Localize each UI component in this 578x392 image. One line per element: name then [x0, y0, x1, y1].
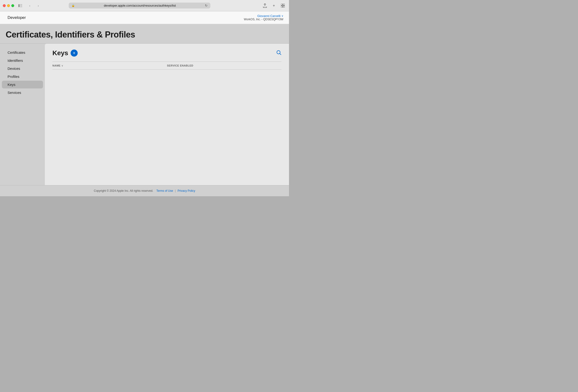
- svg-rect-0: [18, 4, 20, 7]
- col-header-name[interactable]: NAME ∨: [52, 62, 167, 70]
- minimize-button[interactable]: [7, 4, 10, 7]
- svg-line-9: [280, 53, 281, 55]
- page-title: Certificates, Identifiers & Profiles: [6, 30, 283, 40]
- page-header: Certificates, Identifiers & Profiles: [0, 24, 289, 44]
- keys-table: NAME ∨ SERVICE ENABLED: [52, 62, 282, 70]
- traffic-lights: [3, 4, 14, 7]
- keys-header: Keys +: [52, 49, 282, 57]
- page: Developer Giovanni Carvelli ∨ WorkOS, In…: [0, 11, 289, 196]
- svg-rect-3: [20, 7, 22, 7]
- sidebar-item-profiles[interactable]: Profiles: [2, 73, 43, 80]
- svg-rect-1: [20, 4, 22, 5]
- keys-title: Keys: [52, 49, 68, 57]
- chevron-icon: ∨: [282, 14, 283, 17]
- add-key-button[interactable]: +: [71, 49, 78, 57]
- reload-button[interactable]: ↻: [205, 4, 207, 7]
- share-button[interactable]: [262, 2, 268, 9]
- keys-title-row: Keys +: [52, 49, 78, 57]
- footer-links: Terms of Use | Privacy Policy: [156, 189, 195, 193]
- sort-icon: ∨: [61, 64, 63, 67]
- back-button[interactable]: ‹: [26, 2, 33, 9]
- browser-chrome: ‹ › 🔒 developer.apple.com/account/resour…: [0, 0, 289, 11]
- main-content: Keys + NAME ∨: [45, 44, 289, 185]
- page-footer: Copyright © 2024 Apple Inc. All rights r…: [0, 185, 289, 196]
- address-bar[interactable]: 🔒 developer.apple.com/account/resources/…: [69, 2, 210, 8]
- close-button[interactable]: [3, 4, 6, 7]
- sidebar-toggle-button[interactable]: [17, 2, 24, 9]
- user-org: WorkOS, Inc. - QDSESQPY3W: [244, 18, 283, 21]
- tabs-button[interactable]: [280, 2, 286, 9]
- sidebar-item-keys[interactable]: Keys: [2, 81, 43, 88]
- user-info: Giovanni Carvelli ∨ WorkOS, Inc. - QDSES…: [244, 14, 283, 21]
- nav-controls: ‹ ›: [26, 2, 42, 9]
- new-tab-button[interactable]: +: [271, 2, 277, 9]
- svg-rect-2: [20, 5, 22, 6]
- copyright-text: Copyright © 2024 Apple Inc. All rights r…: [94, 189, 153, 193]
- privacy-policy-link[interactable]: Privacy Policy: [178, 189, 195, 193]
- svg-rect-6: [281, 6, 283, 7]
- browser-actions: +: [262, 2, 286, 9]
- user-name[interactable]: Giovanni Carvelli ∨: [244, 14, 283, 18]
- footer-divider: |: [175, 189, 176, 193]
- content-area: Certificates Identifiers Devices Profile…: [0, 44, 289, 185]
- sidebar-item-devices[interactable]: Devices: [2, 65, 43, 72]
- col-header-service: SERVICE ENABLED: [167, 62, 282, 70]
- forward-button[interactable]: ›: [35, 2, 42, 9]
- terms-of-use-link[interactable]: Terms of Use: [156, 189, 173, 193]
- site-header: Developer Giovanni Carvelli ∨ WorkOS, In…: [0, 11, 289, 24]
- sidebar-item-identifiers[interactable]: Identifiers: [2, 57, 43, 64]
- sidebar-item-certificates[interactable]: Certificates: [2, 49, 43, 56]
- url-text: developer.apple.com/account/resources/au…: [76, 4, 203, 7]
- svg-rect-5: [283, 4, 285, 5]
- sidebar-item-services[interactable]: Services: [2, 89, 43, 96]
- svg-rect-7: [283, 6, 285, 7]
- apple-developer-logo: Developer: [6, 15, 26, 20]
- search-button[interactable]: [276, 50, 282, 56]
- svg-rect-4: [281, 4, 283, 5]
- sidebar: Certificates Identifiers Devices Profile…: [0, 44, 45, 185]
- lock-icon: 🔒: [72, 4, 75, 7]
- developer-text: Developer: [7, 15, 26, 20]
- maximize-button[interactable]: [11, 4, 14, 7]
